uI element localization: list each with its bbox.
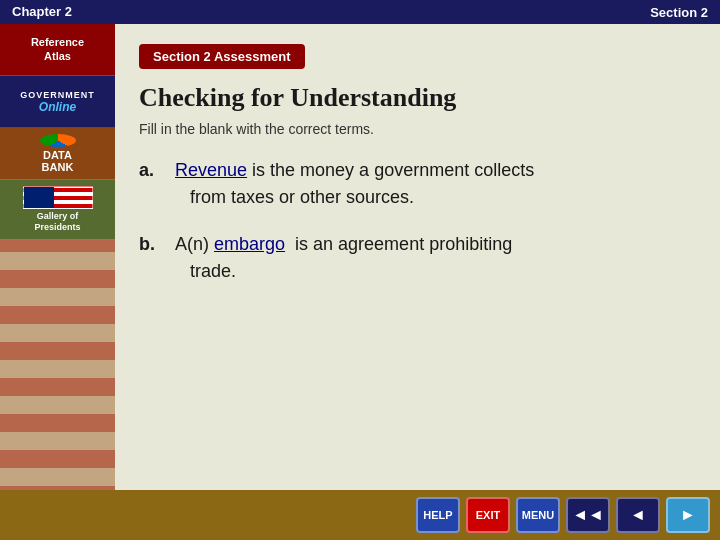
item-text-b: A(n) embargo is an agreement prohibiting… (175, 231, 696, 285)
government-online-logo: GOVERNMENT Online (18, 83, 98, 121)
item-letter-a: a. (139, 157, 167, 184)
list-item: a. Revenue is the money a government col… (139, 157, 696, 211)
chapter-label: Chapter 2 (0, 2, 84, 22)
help-button[interactable]: HELP (416, 497, 460, 533)
forward-button[interactable]: ► (666, 497, 710, 533)
data-bank-label: DATABANK (42, 149, 74, 173)
sidebar-item-gallery[interactable]: Gallery ofPresidents (0, 180, 115, 240)
item-letter-b: b. (139, 231, 167, 258)
gov-logo-main-text: Online (39, 100, 76, 114)
section-badge: Section 2 Assessment (139, 44, 305, 69)
subtitle: Fill in the blank with the correct terms… (139, 121, 696, 137)
sidebar: ReferenceAtlas GOVERNMENT Online DATABAN… (0, 24, 115, 540)
sidebar-item-reference-atlas[interactable]: ReferenceAtlas (0, 24, 115, 76)
list-item: b. A(n) embargo is an agreement prohibit… (139, 231, 696, 285)
reference-atlas-label: ReferenceAtlas (31, 36, 84, 62)
sidebar-item-government-online[interactable]: GOVERNMENT Online (0, 76, 115, 128)
exit-button[interactable]: EXIT (466, 497, 510, 533)
answer-b: embargo (214, 234, 285, 254)
main-title: Checking for Understanding (139, 83, 696, 113)
answer-a: Revenue (175, 160, 247, 180)
item-text-a: Revenue is the money a government collec… (175, 157, 696, 211)
back-button[interactable]: ◄ (616, 497, 660, 533)
bottom-left-sidebar (0, 490, 115, 540)
data-bank-icon (40, 134, 76, 147)
back-back-button[interactable]: ◄◄ (566, 497, 610, 533)
gallery-flag (23, 186, 93, 209)
bottom-toolbar: HELP EXIT MENU ◄◄ ◄ ► (115, 490, 720, 540)
section2-label: Section 2 (638, 3, 720, 22)
top-bar: Chapter 2 Section 2 (0, 0, 720, 24)
gallery-label: Gallery ofPresidents (34, 211, 80, 233)
main-content: Section 2 Assessment Checking for Unders… (115, 24, 720, 490)
sidebar-item-data-bank[interactable]: DATABANK (0, 128, 115, 180)
menu-button[interactable]: MENU (516, 497, 560, 533)
content-list: a. Revenue is the money a government col… (139, 157, 696, 285)
gallery-canton (24, 187, 54, 209)
gov-logo-top-text: GOVERNMENT (20, 90, 95, 100)
